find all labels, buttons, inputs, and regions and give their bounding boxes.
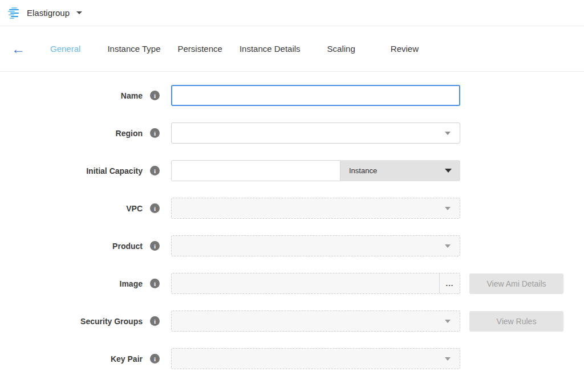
form-row-product: Product i bbox=[0, 235, 584, 256]
label-cell: Security Groups i bbox=[0, 316, 160, 326]
info-icon[interactable]: i bbox=[150, 354, 160, 364]
chevron-down-icon bbox=[445, 244, 451, 248]
info-icon[interactable]: i bbox=[150, 241, 160, 251]
label-cell: Product i bbox=[0, 241, 160, 251]
image-input-group: ... bbox=[171, 273, 460, 294]
chevron-down-icon bbox=[445, 357, 451, 361]
image-label: Image bbox=[120, 279, 143, 288]
product-select bbox=[171, 235, 460, 256]
name-label: Name bbox=[121, 91, 143, 100]
form-row-image: Image i ... View Ami Details bbox=[0, 273, 584, 294]
tab-scaling[interactable]: Scaling bbox=[327, 44, 355, 54]
tab-instance-details[interactable]: Instance Details bbox=[240, 44, 301, 54]
info-icon[interactable]: i bbox=[150, 91, 160, 100]
security-groups-label: Security Groups bbox=[80, 317, 143, 326]
back-arrow-icon[interactable]: ← bbox=[11, 42, 26, 56]
field-cell: View Rules bbox=[171, 311, 563, 332]
field-cell: Instance bbox=[171, 160, 460, 181]
info-icon[interactable]: i bbox=[150, 166, 160, 175]
wizard-tabs: General Instance Type Persistence Instan… bbox=[50, 44, 419, 54]
capacity-unit-select[interactable]: Instance bbox=[340, 160, 460, 181]
security-groups-select bbox=[171, 311, 460, 332]
vpc-label: VPC bbox=[126, 204, 143, 213]
initial-capacity-input[interactable] bbox=[171, 160, 340, 181]
view-ami-details-button[interactable]: View Ami Details bbox=[469, 273, 563, 294]
form-row-region: Region i bbox=[0, 122, 584, 144]
app-switcher[interactable]: Elastigroup bbox=[8, 7, 82, 19]
elastigroup-logo-icon bbox=[8, 7, 21, 19]
label-cell: Key Pair i bbox=[0, 354, 160, 364]
tab-general[interactable]: General bbox=[50, 44, 80, 54]
topbar: Elastigroup bbox=[0, 0, 584, 26]
region-label: Region bbox=[116, 129, 143, 138]
tab-review[interactable]: Review bbox=[391, 44, 419, 54]
chevron-down-icon bbox=[445, 207, 451, 210]
region-select[interactable] bbox=[171, 122, 460, 144]
form-row-key-pair: Key Pair i bbox=[0, 348, 584, 369]
vpc-select bbox=[171, 198, 460, 219]
label-cell: Initial Capacity i bbox=[0, 166, 160, 175]
field-cell bbox=[171, 235, 460, 256]
form-row-security-groups: Security Groups i View Rules bbox=[0, 311, 584, 332]
label-cell: VPC i bbox=[0, 203, 160, 213]
info-icon[interactable]: i bbox=[150, 203, 160, 213]
app-name: Elastigroup bbox=[27, 8, 70, 18]
name-input[interactable] bbox=[171, 85, 460, 106]
tab-persistence[interactable]: Persistence bbox=[178, 44, 222, 54]
wizard-tab-bar: ← General Instance Type Persistence Inst… bbox=[0, 26, 584, 72]
key-pair-label: Key Pair bbox=[111, 354, 143, 364]
field-cell bbox=[171, 348, 460, 369]
general-form: Name i Region i Initial Capacity i Insta… bbox=[0, 72, 584, 369]
info-icon[interactable]: i bbox=[150, 128, 160, 138]
image-input bbox=[172, 273, 439, 293]
field-cell: ... View Ami Details bbox=[171, 273, 563, 294]
chevron-down-icon bbox=[445, 169, 452, 173]
capacity-unit-value: Instance bbox=[349, 166, 377, 175]
form-row-vpc: VPC i bbox=[0, 198, 584, 219]
label-cell: Image i bbox=[0, 279, 160, 288]
view-rules-button[interactable]: View Rules bbox=[469, 311, 563, 332]
label-cell: Region i bbox=[0, 128, 160, 138]
chevron-down-icon bbox=[76, 11, 82, 14]
tab-instance-type[interactable]: Instance Type bbox=[107, 44, 160, 54]
field-cell bbox=[171, 85, 460, 106]
field-cell bbox=[171, 198, 460, 219]
info-icon[interactable]: i bbox=[150, 279, 160, 288]
chevron-down-icon bbox=[445, 320, 451, 323]
field-cell bbox=[171, 122, 460, 144]
info-icon[interactable]: i bbox=[150, 316, 160, 326]
browse-ellipsis-button[interactable]: ... bbox=[439, 273, 460, 293]
key-pair-select bbox=[171, 348, 460, 369]
product-label: Product bbox=[112, 242, 143, 251]
label-cell: Name i bbox=[0, 91, 160, 100]
form-row-initial-capacity: Initial Capacity i Instance bbox=[0, 160, 584, 181]
chevron-down-icon bbox=[445, 132, 451, 135]
initial-capacity-label: Initial Capacity bbox=[86, 166, 143, 175]
form-row-name: Name i bbox=[0, 85, 584, 106]
